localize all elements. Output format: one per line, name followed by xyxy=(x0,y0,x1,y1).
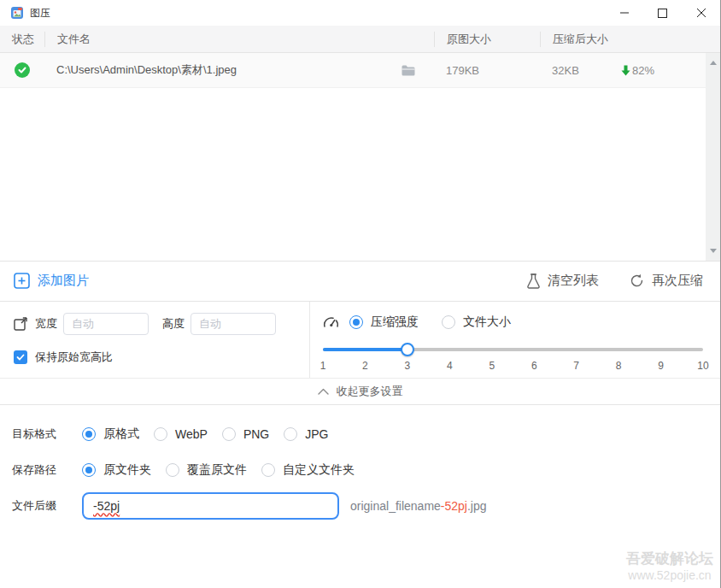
clear-flask-icon xyxy=(527,273,540,289)
app-title: 图压 xyxy=(30,6,50,21)
add-plus-icon xyxy=(14,273,30,289)
radio-format-jpg[interactable]: JPG xyxy=(284,427,328,441)
radio-format-webp[interactable]: WebP xyxy=(154,427,208,441)
collapse-settings-button[interactable]: 收起更多设置 xyxy=(0,378,720,405)
reduction-percent: 82% xyxy=(632,64,654,77)
width-label: 宽度 xyxy=(35,316,57,332)
radio-label: PNG xyxy=(243,427,269,441)
radio-dot xyxy=(166,463,179,477)
toolbar: 添加图片 清空列表 再次压缩 xyxy=(0,261,720,301)
recompress-button[interactable]: 再次压缩 xyxy=(630,273,703,289)
height-input[interactable] xyxy=(191,313,276,335)
slider-tick: 8 xyxy=(616,360,622,372)
close-icon xyxy=(696,8,706,18)
height-label: 高度 xyxy=(162,316,185,332)
slider-tick: 4 xyxy=(447,360,453,372)
file-list: C:\Users\Admin\Desktop\素材\1.jpeg 179KB 3… xyxy=(0,53,720,261)
titlebar: 图压 xyxy=(0,0,720,26)
add-images-label: 添加图片 xyxy=(38,273,89,289)
row-original-size: 179KB xyxy=(434,64,540,77)
keep-aspect-label: 保持原始宽高比 xyxy=(35,350,113,365)
slider-ticks: 1 2 3 4 5 6 7 8 9 10 xyxy=(323,360,703,373)
chevron-up-icon xyxy=(318,388,329,395)
filename-preview: original_filename-52pj.jpg xyxy=(350,499,487,513)
slider-tick: 2 xyxy=(362,360,368,372)
resize-settings: 宽度 高度 保持原始宽高比 xyxy=(0,302,310,378)
slider-tick: 1 xyxy=(320,360,326,372)
clear-list-button[interactable]: 清空列表 xyxy=(527,273,599,289)
checkmark-icon xyxy=(16,353,25,362)
target-format-row: 目标格式 原格式 WebP PNG JPG xyxy=(0,416,720,452)
row-compressed-cell: 32KB 82% xyxy=(540,64,720,77)
app-window: 图压 状态 文件名 原图大小 压缩后大小 C xyxy=(0,0,721,588)
compression-settings: 压缩强度 文件大小 1 2 3 4 5 6 7 xyxy=(310,302,720,378)
toolbar-right: 清空列表 再次压缩 xyxy=(527,273,703,289)
scroll-down-icon[interactable] xyxy=(706,246,720,256)
add-images-button[interactable]: 添加图片 xyxy=(14,273,89,289)
save-path-label: 保存路径 xyxy=(12,462,82,478)
clear-list-label: 清空列表 xyxy=(548,273,599,289)
maximize-button[interactable] xyxy=(643,0,682,26)
radio-dot xyxy=(442,315,455,329)
radio-format-original[interactable]: 原格式 xyxy=(82,426,139,442)
keep-aspect-checkbox[interactable] xyxy=(14,350,27,364)
table-header: 状态 文件名 原图大小 压缩后大小 xyxy=(0,26,720,53)
open-folder-button[interactable] xyxy=(402,65,415,76)
radio-file-size[interactable]: 文件大小 xyxy=(442,315,511,330)
radio-format-png[interactable]: PNG xyxy=(222,427,269,441)
collapse-settings-label: 收起更多设置 xyxy=(337,384,403,399)
file-path: C:\Users\Admin\Desktop\素材\1.jpeg xyxy=(56,62,402,78)
slider-tick: 6 xyxy=(531,360,537,372)
preview-suffix: -52pj xyxy=(441,499,467,513)
radio-dot xyxy=(154,427,167,441)
row-compressed-size: 32KB xyxy=(540,64,621,77)
minimize-button[interactable] xyxy=(605,0,643,26)
radio-dot xyxy=(82,427,96,441)
width-input[interactable] xyxy=(63,313,149,335)
window-controls xyxy=(605,0,720,26)
radio-label: 压缩强度 xyxy=(371,315,419,330)
radio-path-overwrite[interactable]: 覆盖原文件 xyxy=(166,462,247,478)
file-suffix-label: 文件后缀 xyxy=(12,498,82,514)
row-status-cell xyxy=(0,62,44,78)
row-filename-cell: C:\Users\Admin\Desktop\素材\1.jpeg xyxy=(44,62,434,78)
preview-prefix: original_filename xyxy=(350,499,441,513)
slider-tick: 3 xyxy=(405,360,411,372)
vertical-scrollbar[interactable] xyxy=(706,53,720,261)
radio-compression-strength[interactable]: 压缩强度 xyxy=(349,315,419,330)
suffix-input[interactable]: -52pj xyxy=(82,492,339,520)
maximize-icon xyxy=(658,9,667,18)
resize-icon xyxy=(14,316,28,331)
slider-tick: 10 xyxy=(697,360,708,372)
slider-tick: 7 xyxy=(573,360,579,372)
slider-track[interactable] xyxy=(323,348,703,351)
radio-label: 自定义文件夹 xyxy=(283,462,355,478)
radio-path-original-folder[interactable]: 原文件夹 xyxy=(82,462,151,478)
table-row[interactable]: C:\Users\Admin\Desktop\素材\1.jpeg 179KB 3… xyxy=(0,53,720,88)
more-settings: 目标格式 原格式 WebP PNG JPG 保存路径 原文件夹 xyxy=(0,405,720,588)
slider-thumb[interactable] xyxy=(401,343,414,356)
radio-label: 文件大小 xyxy=(463,315,511,330)
folder-icon xyxy=(402,65,415,76)
column-header-filename: 文件名 xyxy=(44,32,434,47)
radio-dot xyxy=(82,463,96,477)
column-header-compressed-size: 压缩后大小 xyxy=(540,32,720,47)
scroll-up-icon[interactable] xyxy=(706,57,720,68)
app-logo-icon xyxy=(10,6,24,20)
radio-label: JPG xyxy=(305,427,328,441)
radio-dot xyxy=(261,463,275,477)
close-button[interactable] xyxy=(682,0,720,26)
radio-dot xyxy=(222,427,236,441)
success-check-icon xyxy=(15,62,30,78)
save-path-row: 保存路径 原文件夹 覆盖原文件 自定义文件夹 xyxy=(0,452,720,488)
radio-path-custom-folder[interactable]: 自定义文件夹 xyxy=(261,462,355,478)
preview-extension: .jpg xyxy=(467,499,487,513)
minimize-icon xyxy=(619,8,630,18)
keep-aspect-row[interactable]: 保持原始宽高比 xyxy=(14,350,309,365)
recompress-label: 再次压缩 xyxy=(652,273,703,289)
column-header-status: 状态 xyxy=(0,32,44,47)
column-header-original-size: 原图大小 xyxy=(434,32,540,47)
radio-label: WebP xyxy=(175,427,208,441)
compression-slider[interactable] xyxy=(323,343,703,356)
settings-panel: 宽度 高度 保持原始宽高比 压缩强度 xyxy=(0,301,720,378)
